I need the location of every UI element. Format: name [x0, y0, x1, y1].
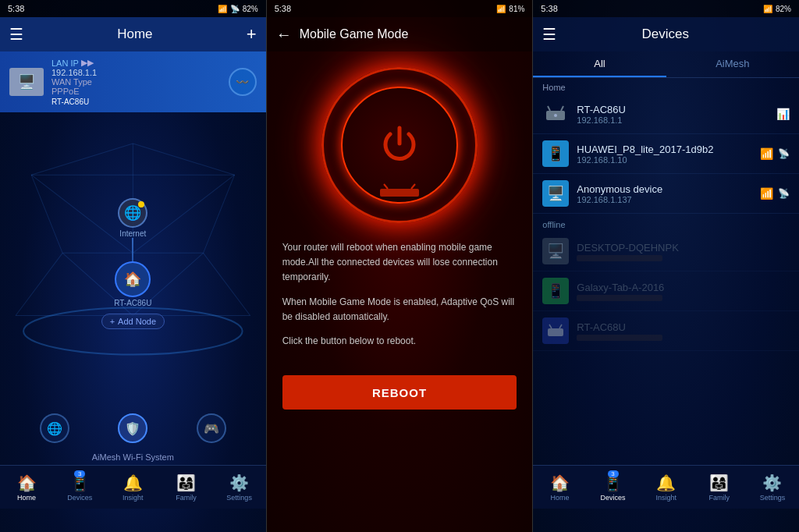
device-avatar-ac68u [542, 317, 569, 344]
devices-menu-icon[interactable]: ☰ [542, 25, 556, 44]
device-avatar-desktop: 🖥️ [542, 238, 569, 264]
panel-home: 5:38 📶 📡 82% ☰ Home + 🖥️ LAN IP ▶▶ 192.1… [0, 0, 266, 532]
status-time-devices: 5:38 [541, 4, 557, 13]
internet-icon-btn[interactable]: 🌐 [40, 413, 69, 443]
add-node-button[interactable]: + Add Node [101, 314, 165, 329]
security-icon-btn[interactable]: 🛡️ [118, 413, 147, 443]
wifi-icon: 📶 [218, 5, 227, 13]
nav-home-label-d: Home [550, 494, 569, 502]
nav-insight[interactable]: 🔔 Insight [106, 466, 159, 509]
nav-family[interactable]: 👨‍👩‍👧 Family [159, 466, 212, 509]
network-diagram: 🌐 Internet 🏠 RT-AC86U + Add Node [0, 112, 266, 407]
nav-devices-home[interactable]: 🏠 Home [533, 466, 586, 509]
game-icon-btn[interactable]: 🎮 [197, 413, 226, 443]
section-online-label: Home [533, 78, 799, 94]
device-item-router[interactable]: RT-AC86U 192.168.1.1 📊 [533, 94, 799, 134]
feature-icons: 🌐 🛡️ 🎮 [0, 407, 266, 449]
signal-icon: 📡 [230, 5, 240, 13]
game-back-button[interactable]: ← [276, 26, 292, 44]
device-item-anon[interactable]: 🖥️ Anonymous device 192.168.1.137 📶 📡 [533, 174, 799, 214]
ac68u-icon [547, 324, 564, 338]
home-title: Home [117, 27, 152, 42]
svg-rect-17 [380, 189, 419, 197]
nav-family-icon: 👨‍👩‍👧 [176, 473, 196, 492]
device-avatar-huawei: 📱 [542, 140, 569, 167]
status-bar-devices: 5:38 📶 82% [533, 0, 799, 17]
nav-insight-icon-d: 🔔 [656, 473, 676, 492]
svg-line-25 [549, 325, 552, 328]
home-topbar: ☰ Home + [0, 17, 266, 51]
game-desc-3: Click the button below to reboot. [282, 334, 517, 349]
nav-home[interactable]: 🏠 Home [0, 466, 53, 509]
bottom-nav-devices: 🏠 Home 📱 3 Devices 🔔 Insight 👨‍👩‍👧 Famil… [533, 465, 799, 509]
svg-line-1 [133, 144, 234, 175]
device-info-anon: Anonymous device 192.168.1.137 [577, 183, 752, 204]
nav-insight-icon: 🔔 [123, 473, 143, 492]
svg-line-0 [31, 144, 133, 175]
nav-devices-insight[interactable]: 🔔 Insight [640, 466, 693, 509]
devices-title: Devices [641, 27, 688, 42]
nav-devices[interactable]: 📱 3 Devices [53, 466, 106, 509]
device-ip-huawei: 192.168.1.10 [577, 155, 752, 165]
game-mode-description: Your router will reboot when enabling mo… [267, 231, 533, 367]
nav-devices-family[interactable]: 👨‍👩‍👧 Family [693, 466, 746, 509]
nav-devices-devices[interactable]: 📱 3 Devices [586, 466, 639, 509]
speed-icon[interactable]: 〰️ [229, 68, 257, 96]
device-avatar-router [542, 101, 569, 127]
device-item-desktop[interactable]: 🖥️ DESKTOP-DQEHNPK [533, 232, 799, 271]
aimesh-label: AiMesh Wi-Fi System [0, 452, 266, 462]
device-icons-router: 📊 [776, 108, 790, 120]
reboot-button[interactable]: REBOOT [282, 375, 517, 410]
battery-devices: 82% [776, 5, 791, 13]
device-name-anon: Anonymous device [577, 183, 752, 195]
device-item-galaxy[interactable]: 📱 Galaxy-Tab-A-2016 [533, 271, 799, 311]
tab-all[interactable]: All [533, 51, 666, 77]
internet-label: Internet [119, 229, 146, 238]
menu-icon[interactable]: ☰ [9, 25, 23, 44]
devices-topbar: ☰ Devices [533, 17, 799, 51]
game-topbar: ← Mobile Game Mode [267, 17, 533, 51]
nav-settings[interactable]: ⚙️ Settings [213, 466, 266, 509]
nav-home-icon: 🏠 [17, 473, 37, 492]
device-ip-router: 192.168.1.1 [577, 115, 769, 125]
device-list: RT-AC86U 192.168.1.1 📊 📱 HUAWEI_P8_lite_… [533, 94, 799, 465]
wan-type-label: WAN Type [51, 77, 221, 87]
section-offline-label: offline [533, 214, 799, 232]
device-info-huawei: HUAWEI_P8_lite_2017-1d9b2 192.168.1.10 [577, 144, 752, 165]
connector [132, 238, 133, 261]
router-node[interactable]: 🏠 RT-AC86U [114, 261, 151, 307]
battery-game: 81% [509, 5, 524, 13]
device-info-router: RT-AC86U 192.168.1.1 [577, 104, 769, 125]
nav-insight-label: Insight [123, 494, 144, 502]
power-ring-outer[interactable] [321, 67, 478, 223]
internet-status-dot [138, 201, 144, 207]
router-silhouette [376, 183, 423, 199]
tab-aimesh[interactable]: AiMesh [666, 51, 799, 77]
panel-game: 5:38 📶 81% ← Mobile Game Mode [266, 0, 534, 532]
nav-devices-label-d: Devices [601, 494, 626, 502]
nav-settings-icon: ⚙️ [229, 473, 249, 492]
wifi-icon-anon: 📶 [760, 187, 773, 200]
status-bar-game: 5:38 📶 81% [267, 0, 533, 17]
nav-family-label: Family [176, 494, 197, 502]
router-node-label: RT-AC86U [114, 299, 151, 307]
add-icon[interactable]: + [247, 24, 257, 44]
internet-node: 🌐 Internet [118, 198, 147, 238]
nav-devices-settings[interactable]: ⚙️ Settings [746, 466, 799, 509]
nav-family-label-d: Family [709, 494, 730, 502]
device-info-ac68u: RT-AC68U [577, 321, 790, 341]
game-desc-2: When Mobile Game Mode is enabled, Adapti… [282, 295, 517, 325]
device-name-galaxy: Galaxy-Tab-A-2016 [577, 282, 790, 293]
router-card[interactable]: 🖥️ LAN IP ▶▶ 192.168.1.1 WAN Type PPPoE … [0, 51, 266, 112]
device-item-huawei[interactable]: 📱 HUAWEI_P8_lite_2017-1d9b2 192.168.1.10… [533, 134, 799, 174]
device-item-ac68u[interactable]: RT-AC68U [533, 311, 799, 351]
device-signal-router: 📊 [776, 108, 790, 120]
device-bar-galaxy [577, 295, 662, 301]
status-time: 5:38 [8, 4, 24, 13]
device-name-ac68u: RT-AC68U [577, 321, 790, 333]
power-svg-icon [376, 122, 423, 168]
nav-settings-label: Settings [226, 494, 252, 502]
power-button-area [267, 51, 533, 231]
svg-line-18 [384, 184, 388, 189]
nav-family-icon-d: 👨‍👩‍👧 [709, 473, 729, 492]
